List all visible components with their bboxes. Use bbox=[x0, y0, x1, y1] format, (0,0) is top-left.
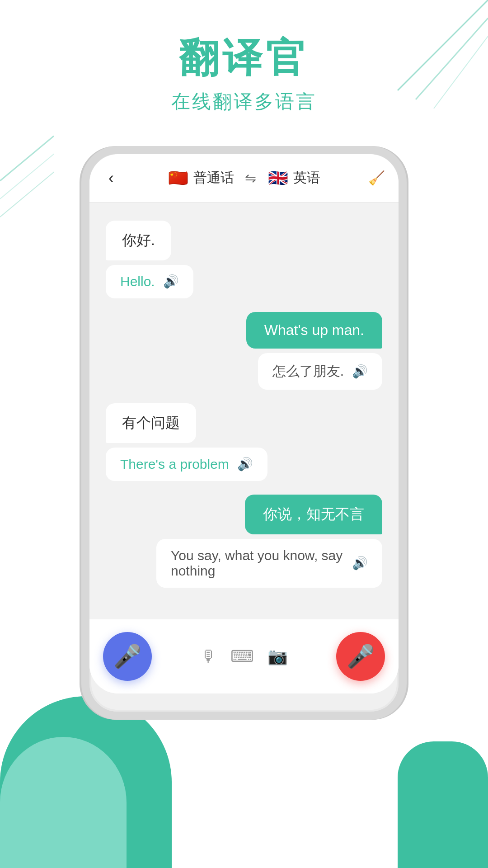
mic-blue-button[interactable]: 🎤 bbox=[103, 632, 152, 681]
msg3-original: 有个问题 bbox=[106, 403, 196, 443]
deco-lines-top-right bbox=[343, 0, 488, 145]
speaker-icon-3[interactable]: 🔊 bbox=[237, 457, 253, 472]
input-bar: 🎤 🎙 ⌨ 📷 🎤 bbox=[89, 619, 399, 693]
msg3-translated: There's a problem 🔊 bbox=[106, 448, 267, 481]
target-lang-label: 英语 bbox=[293, 169, 320, 187]
camera-icon[interactable]: 📷 bbox=[267, 647, 288, 666]
msg2-original: What's up man. bbox=[246, 312, 382, 349]
msg4-translated: You say, what you know, say nothing 🔊 bbox=[156, 539, 382, 588]
message-4: 你说，知无不言 You say, what you know, say noth… bbox=[106, 495, 382, 588]
swap-icon[interactable]: ⇋ bbox=[245, 170, 256, 186]
mic-red-icon: 🎤 bbox=[347, 643, 375, 670]
target-language[interactable]: 🇬🇧 英语 bbox=[267, 167, 320, 189]
msg1-translated: Hello. 🔊 bbox=[106, 265, 193, 298]
svg-line-1 bbox=[416, 18, 488, 99]
phone-body: ‹ 🇨🇳 普通话 ⇋ 🇬🇧 英语 🧹 bbox=[81, 146, 407, 720]
speaker-icon-2[interactable]: 🔊 bbox=[352, 364, 368, 379]
clear-button[interactable]: 🧹 bbox=[368, 170, 385, 186]
bg-deco-bottom-right bbox=[398, 741, 488, 868]
phone-screen: ‹ 🇨🇳 普通话 ⇋ 🇬🇧 英语 🧹 bbox=[89, 154, 399, 693]
language-group: 🇨🇳 普通话 ⇋ 🇬🇧 英语 bbox=[128, 167, 359, 189]
mic-outline-icon[interactable]: 🎙 bbox=[201, 647, 217, 666]
china-flag: 🇨🇳 bbox=[167, 167, 189, 189]
svg-line-0 bbox=[398, 0, 488, 90]
mic-blue-icon: 🎤 bbox=[113, 643, 141, 670]
message-2: What's up man. 怎么了朋友. 🔊 bbox=[106, 312, 382, 390]
speaker-icon-4[interactable]: 🔊 bbox=[352, 556, 368, 571]
msg1-original: 你好. bbox=[106, 221, 171, 260]
message-3: 有个问题 There's a problem 🔊 bbox=[106, 403, 382, 481]
msg2-translated: 怎么了朋友. 🔊 bbox=[258, 353, 382, 390]
keyboard-icon[interactable]: ⌨ bbox=[230, 647, 254, 666]
phone-mockup: ‹ 🇨🇳 普通话 ⇋ 🇬🇧 英语 🧹 bbox=[0, 146, 488, 720]
input-tools: 🎙 ⌨ 📷 bbox=[201, 647, 288, 666]
source-language[interactable]: 🇨🇳 普通话 bbox=[167, 167, 234, 189]
mic-red-button[interactable]: 🎤 bbox=[336, 632, 385, 681]
speaker-icon-1[interactable]: 🔊 bbox=[163, 274, 179, 289]
uk-flag: 🇬🇧 bbox=[267, 167, 289, 189]
message-1: 你好. Hello. 🔊 bbox=[106, 221, 382, 298]
bg-deco-bottom-left-inner bbox=[0, 737, 127, 868]
back-button[interactable]: ‹ bbox=[103, 167, 119, 189]
msg4-original: 你说，知无不言 bbox=[245, 495, 382, 534]
chat-area: 你好. Hello. 🔊 What's up man. 怎么了 bbox=[89, 203, 399, 619]
topbar: ‹ 🇨🇳 普通话 ⇋ 🇬🇧 英语 🧹 bbox=[89, 154, 399, 203]
source-lang-label: 普通话 bbox=[193, 169, 234, 187]
